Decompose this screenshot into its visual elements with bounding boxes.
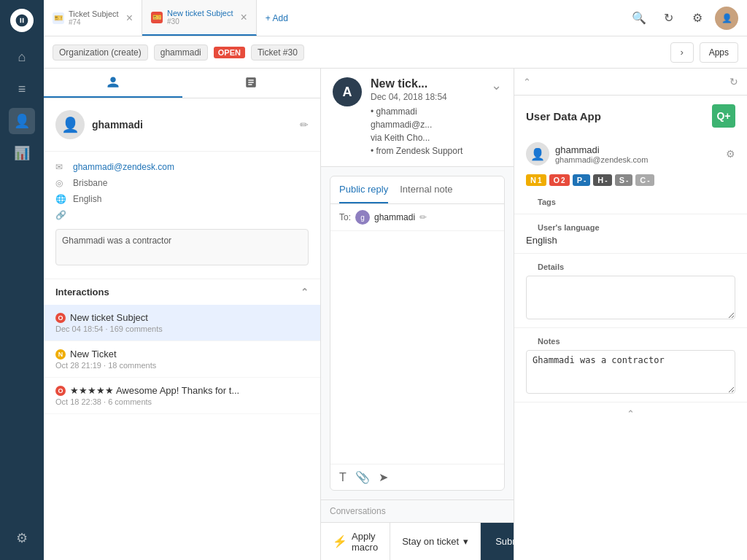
tab-label-74: Ticket Subject #74 [69,9,119,26]
apps-button[interactable]: ⚙ [686,7,709,30]
users-icon[interactable]: 👤 [9,108,35,134]
tab-add-button[interactable]: + Add [257,13,297,23]
ticket-expand-button[interactable]: ⌄ [491,77,502,93]
interaction-meta-1: Oct 28 21:19 · 18 comments [55,361,309,370]
tag-n-badge: N 1 [526,174,546,186]
stay-chevron-icon: ▾ [463,536,468,547]
user-note: Ghammadi was a contractor [55,229,309,265]
left-panel-tabs [44,69,320,98]
interactions-collapse-icon[interactable]: ⌃ [301,287,309,298]
settings-icon[interactable]: ⚙ [9,525,35,551]
interaction-item-1[interactable]: N New Ticket Oct 28 21:19 · 18 comments [44,341,320,378]
location-value: Brisbane [73,178,107,188]
reply-to-edit-icon[interactable]: ✏ [419,212,427,222]
send-icon[interactable]: ➤ [379,470,388,484]
reply-tabs: Public reply Internal note [330,176,504,204]
tab-close-74[interactable]: × [126,12,133,25]
refresh-button[interactable]: ↻ [657,7,680,30]
apps-panel-button[interactable]: Apps [700,42,738,63]
interaction-title-0: O New ticket Subject [55,312,309,323]
reply-toolbar: T 📎 ➤ [330,464,504,490]
email-link[interactable]: ghammadi@zendesk.com [73,162,174,172]
interaction-item-2[interactable]: O ★★★★★ Awesome App! Thanks for t... Oct… [44,378,320,414]
tab-internal-note[interactable]: Internal note [400,176,452,203]
left-panel: 👤 ghammadi ✏ ✉ ghammadi@zendesk.com ◎ Br… [44,69,321,560]
location-icon: ◎ [55,178,67,188]
stay-on-ticket-button[interactable]: Stay on ticket ▾ [390,523,481,560]
tag-h-badge: H - [593,174,611,186]
collapse-icon[interactable]: ⌃ [523,77,531,88]
tag-o-badge: O 2 [549,174,570,186]
language-icon: 🌐 [55,194,67,204]
tab-user-info[interactable] [44,69,182,98]
location-row: ◎ Brisbane [55,175,309,191]
reply-to-label: To: [339,212,351,222]
tab-public-reply[interactable]: Public reply [339,176,388,203]
breadcrumb-user[interactable]: ghammadi [154,44,208,61]
interaction-title-1: N New Ticket [55,349,309,359]
user-language-value: English [526,233,735,247]
tab-icon-74: 🎫 [53,12,64,24]
tag-s-badge: S - [615,174,633,186]
notes-label: Notes [526,331,735,347]
right-panel: ⌃ ↻ User Data App Q+ 👤 ghammadi ghammadi… [514,69,747,560]
right-user-name: ghammadi [555,144,720,155]
tag-new-1: N [55,349,66,359]
language-value: English [73,194,101,204]
edit-user-button[interactable]: ✏ [300,119,309,131]
notes-textarea[interactable]: Ghammadi was a contractor [526,350,735,394]
breadcrumb-ticket: Ticket #30 [251,44,304,61]
views-icon[interactable]: ≡ [9,76,35,102]
user-settings-gear-icon[interactable]: ⚙ [726,148,735,160]
reply-body[interactable] [330,231,504,464]
tab-close-30[interactable]: × [241,11,247,24]
tag-p-badge: P - [573,174,591,186]
interaction-item-0[interactable]: O New ticket Subject Dec 04 18:54 · 169 … [44,305,320,341]
tab-ticket-info[interactable] [182,69,321,98]
right-user-email: ghammadi@zendesk.com [555,155,720,164]
user-details-section: ✉ ghammadi@zendesk.com ◎ Brisbane 🌐 Engl… [44,152,320,279]
details-textarea[interactable] [526,276,735,319]
tab-ticket-74[interactable]: 🎫 Ticket Subject #74 × [44,0,142,36]
ticket-date: Dec 04, 2018 18:54 [371,92,482,102]
reports-icon[interactable]: 📊 [9,140,35,166]
tag-c-badge: C - [635,174,654,186]
user-name: ghammadi [92,119,293,131]
interaction-title-2: O ★★★★★ Awesome App! Thanks for t... [55,385,309,396]
collapse-chevron-icon: ⌃ [627,408,635,419]
tab-ticket-30[interactable]: 🎫 New ticket Subject #30 × [142,0,257,36]
email-icon: ✉ [55,162,67,172]
user-avatar-button[interactable]: 👤 [715,7,738,30]
logo-icon[interactable] [10,9,34,32]
home-icon[interactable]: ⌂ [9,44,35,70]
refresh-right-panel-button[interactable]: ↻ [729,76,738,88]
interactions-title: Interactions [55,287,109,298]
email-row: ✉ ghammadi@zendesk.com [55,159,309,175]
search-button[interactable]: 🔍 [627,7,651,30]
breadcrumb-org[interactable]: Organization (create) [53,44,148,61]
tags-label: Tags [526,192,735,208]
tag-open-2: O [55,386,66,396]
breadcrumb-nav-button[interactable]: › [670,42,694,63]
app-icon: Q+ [712,104,735,128]
tag-open-0: O [55,313,66,323]
interactions-header: Interactions ⌃ [44,279,320,305]
interactions-panel: Interactions ⌃ O New ticket Subject Dec … [44,279,320,560]
apply-macro-button[interactable]: ⚡ Apply macro [321,523,390,560]
sidebar: ⌂ ≡ 👤 📊 ⚙ [0,0,44,560]
reply-to-row: To: g ghammadi ✏ [330,204,504,231]
topbar: 🎫 Ticket Subject #74 × 🎫 New ticket Subj… [44,0,747,36]
right-collapse-button[interactable]: ⌃ [514,402,747,425]
language-row: 🌐 English [55,191,309,207]
macro-icon: ⚡ [333,534,347,548]
format-text-icon[interactable]: T [339,471,347,484]
interaction-meta-2: Oct 18 22:38 · 6 comments [55,397,309,406]
main-area: 🎫 Ticket Subject #74 × 🎫 New ticket Subj… [44,0,747,560]
notes-section: Notes Ghammadi was a contractor [514,328,747,402]
right-user-info: ghammadi ghammadi@zendesk.com [555,144,720,164]
interaction-meta-0: Dec 04 18:54 · 169 comments [55,324,309,333]
attach-file-icon[interactable]: 📎 [355,470,370,484]
note-icon: 🔗 [55,210,67,220]
ticket-sender-avatar: A [333,77,362,106]
tab-icon-30: 🎫 [151,12,163,23]
